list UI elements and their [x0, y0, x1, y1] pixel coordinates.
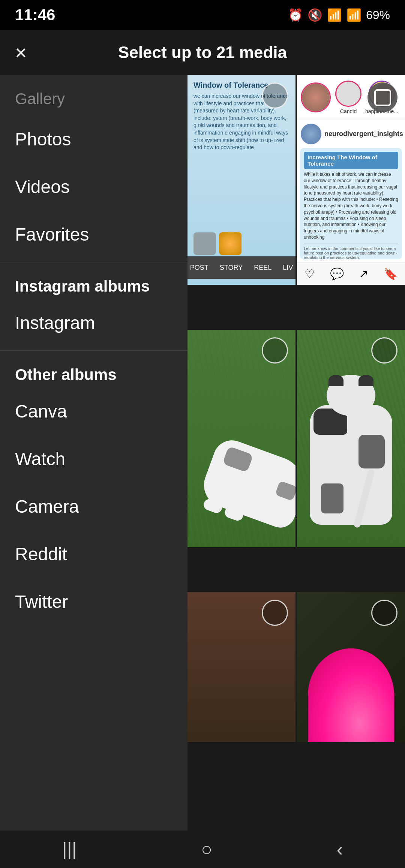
sidebar-item-camera[interactable]: Camera: [0, 483, 188, 530]
other-albums-header: Other albums: [0, 355, 188, 388]
header-title: Select up to 21 media: [118, 43, 287, 62]
select-all-icon: [374, 89, 391, 106]
sidebar-item-reddit[interactable]: Reddit: [0, 530, 188, 578]
sidebar-item-instagram[interactable]: Instagram: [0, 299, 188, 347]
nav-home-icon[interactable]: ○: [201, 838, 212, 860]
gallery-section-header: Gallery: [0, 75, 188, 115]
battery-text: 69%: [366, 8, 390, 22]
photo-cell-5[interactable]: [188, 592, 296, 742]
photo-cell-4[interactable]: [297, 330, 405, 547]
select-circle-3[interactable]: [262, 337, 288, 364]
photo-cell-6[interactable]: [297, 592, 405, 742]
sidebar-item-watch[interactable]: Watch: [0, 435, 188, 483]
divider-1: [0, 262, 188, 262]
sidebar-item-photos[interactable]: Photos: [0, 115, 188, 163]
signal-icon: 📶: [346, 8, 362, 22]
main-content: Gallery Photos Videos Favorites Instagra…: [0, 75, 405, 831]
nav-back-icon[interactable]: ‹: [337, 838, 343, 860]
nav-bar: ||| ○ ‹: [0, 831, 405, 868]
sidebar-item-canva[interactable]: Canva: [0, 388, 188, 435]
select-circle-4[interactable]: [371, 337, 398, 364]
status-time: 11:46: [15, 6, 55, 24]
status-bar: 11:46 ⏰ 🔇 📶 📶 69%: [0, 0, 405, 30]
alarm-icon: ⏰: [288, 8, 303, 22]
select-circle-1[interactable]: [262, 82, 288, 109]
sidebar-item-twitter[interactable]: Twitter: [0, 578, 188, 626]
header: × Select up to 21 media: [0, 30, 405, 75]
select-all-button[interactable]: [368, 82, 398, 112]
sidebar-item-favorites[interactable]: Favorites: [0, 211, 188, 258]
select-circle-6[interactable]: [371, 600, 398, 626]
sidebar-item-videos[interactable]: Videos: [0, 163, 188, 211]
select-circle-5[interactable]: [262, 600, 288, 626]
mute-icon: 🔇: [308, 8, 322, 22]
nav-menu-icon[interactable]: |||: [62, 838, 77, 860]
wifi-icon: 📶: [327, 8, 342, 22]
status-icons: ⏰ 🔇 📶 📶 69%: [288, 8, 390, 22]
divider-2: [0, 350, 188, 351]
photo-cell-3[interactable]: [188, 330, 296, 547]
photo-cell-1[interactable]: Window of Tolerance we can increase our …: [188, 75, 296, 285]
sidebar: Gallery Photos Videos Favorites Instagra…: [0, 75, 188, 831]
instagram-albums-header: Instagram albums: [0, 266, 188, 299]
photo-grid: Window of Tolerance we can increase our …: [188, 75, 405, 831]
close-button[interactable]: ×: [15, 42, 27, 63]
